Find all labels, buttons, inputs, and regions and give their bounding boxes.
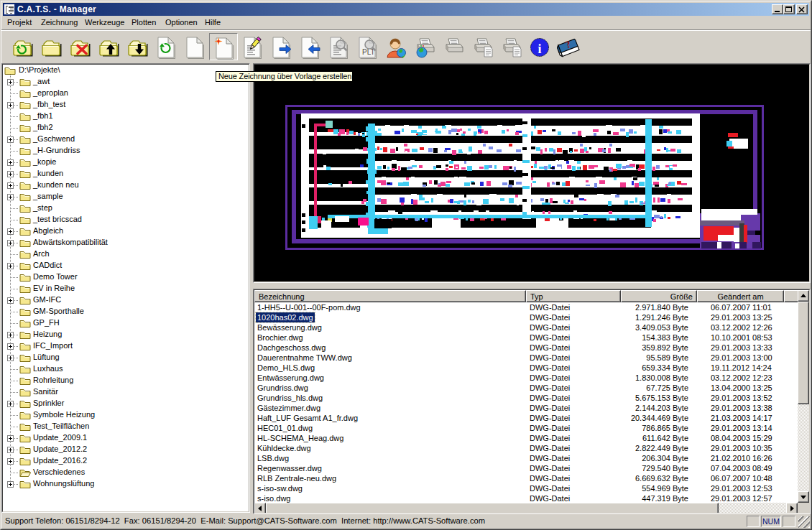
svg-text:i: i: [538, 42, 541, 56]
